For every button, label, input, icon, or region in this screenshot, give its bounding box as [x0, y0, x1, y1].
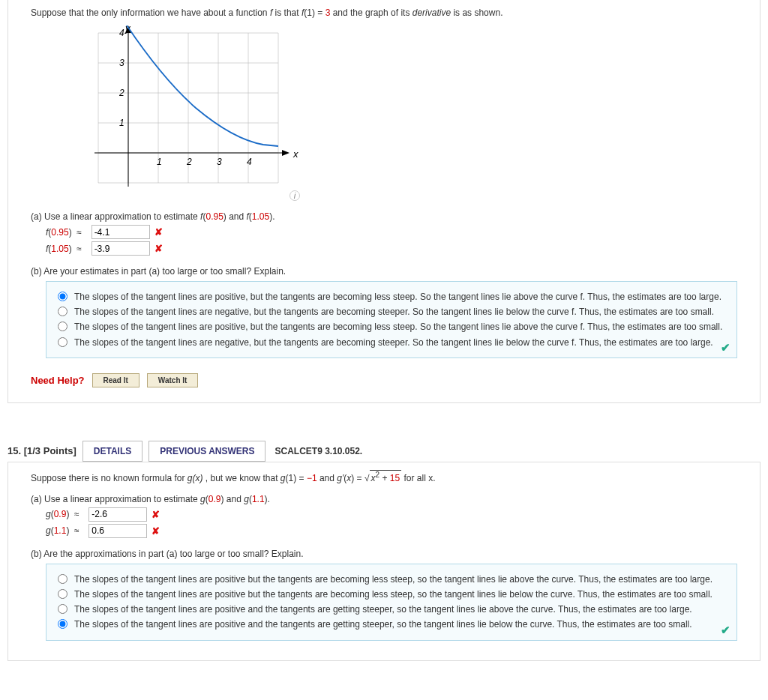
correct-icon: ✔: [721, 624, 730, 637]
details-button[interactable]: DETAILS: [82, 441, 142, 462]
radio-input[interactable]: [58, 574, 68, 584]
need-help-label: Need Help?: [31, 375, 85, 386]
svg-marker-16: [282, 150, 290, 156]
correct-icon: ✔: [721, 341, 730, 354]
radio-input[interactable]: [58, 337, 68, 347]
wrong-icon: ✘: [152, 525, 160, 537]
derivative-graph: 1 2 3 4 1 2 3 4 x y i: [76, 25, 737, 201]
textbook-ref: SCALCET9 3.10.052.: [274, 446, 362, 456]
answer-input-g09[interactable]: [88, 507, 147, 522]
wrong-icon: ✘: [154, 243, 163, 254]
text: for all x.: [404, 473, 435, 483]
wrong-icon: ✘: [154, 226, 163, 238]
text: derivative: [412, 7, 451, 18]
value: −1: [307, 473, 317, 483]
svg-text:x: x: [292, 148, 298, 160]
text: g: [280, 473, 286, 483]
text: g: [244, 494, 249, 504]
svg-text:1: 1: [157, 157, 162, 167]
radio-option[interactable]: The slopes of the tangent lines are nega…: [54, 306, 729, 318]
previous-answers-button[interactable]: PREVIOUS ANSWERS: [148, 441, 266, 462]
text: and the graph of its: [333, 7, 412, 18]
value: 0.95: [206, 211, 223, 222]
question-14-body: Suppose that the only information we hav…: [8, 0, 760, 403]
answer-input-g11[interactable]: [88, 524, 147, 538]
text: is as shown.: [453, 7, 502, 18]
text: g': [337, 473, 344, 483]
answer-input-f095[interactable]: [92, 225, 150, 239]
svg-text:4: 4: [119, 28, 124, 38]
text: f: [302, 7, 304, 18]
q15-header: 15. [1/3 Points] DETAILS PREVIOUS ANSWER…: [8, 433, 760, 462]
q14-radio-box: The slopes of the tangent lines are posi…: [46, 281, 737, 358]
value: 0.9: [208, 494, 221, 504]
answer-input-f105[interactable]: [92, 241, 150, 256]
text: f: [247, 211, 249, 222]
q14-part-b-label: (b) Are your estimates in part (a) too l…: [31, 266, 737, 277]
answer-label: g(0.9) ≈: [46, 509, 84, 519]
radio-input[interactable]: [58, 589, 68, 599]
radio-input[interactable]: [58, 619, 68, 629]
value: 3: [326, 7, 331, 18]
radio-input[interactable]: [58, 322, 68, 331]
q15-answer-row-1: g(0.9) ≈ ✘: [46, 507, 737, 522]
radio-label: The slopes of the tangent lines are posi…: [74, 321, 722, 333]
info-icon[interactable]: i: [290, 190, 300, 201]
radio-option[interactable]: The slopes of the tangent lines are posi…: [54, 618, 729, 630]
question-15-body: Suppose there is no known formula for g(…: [8, 462, 760, 661]
radio-option[interactable]: The slopes of the tangent lines are posi…: [54, 573, 729, 585]
radio-label: The slopes of the tangent lines are nega…: [74, 306, 714, 318]
text: and: [229, 211, 246, 222]
q15-part-a-label: (a) Use a linear approximation to estima…: [31, 494, 737, 504]
radio-label: The slopes of the tangent lines are posi…: [74, 618, 692, 630]
radio-label: The slopes of the tangent lines are posi…: [74, 588, 712, 600]
text: g: [200, 494, 206, 504]
q15-radio-box: The slopes of the tangent lines are posi…: [46, 564, 737, 641]
text: and: [226, 494, 244, 504]
q15-answer-row-2: g(1.1) ≈ ✘: [46, 524, 737, 538]
radio-label: The slopes of the tangent lines are posi…: [74, 603, 692, 615]
text: (a) Use a linear approximation to estima…: [31, 211, 200, 222]
svg-text:3: 3: [119, 58, 124, 68]
svg-text:3: 3: [217, 157, 222, 167]
radio-label: The slopes of the tangent lines are posi…: [74, 291, 722, 303]
radio-label: The slopes of the tangent lines are nega…: [74, 337, 713, 349]
radio-option[interactable]: The slopes of the tangent lines are posi…: [54, 588, 729, 600]
radio-input[interactable]: [58, 292, 68, 301]
svg-text:4: 4: [247, 157, 252, 167]
radio-input[interactable]: [58, 307, 68, 316]
answer-label: f(0.95) ≈: [46, 227, 87, 238]
text: , but we know that: [206, 473, 280, 483]
text: and: [320, 473, 337, 483]
text: Suppose that the only information we hav…: [31, 7, 270, 18]
text: [1/3 Points]: [24, 445, 76, 456]
q14-answer-row-2: f(1.05) ≈ ✘: [46, 241, 737, 256]
radio-option[interactable]: The slopes of the tangent lines are nega…: [54, 337, 729, 349]
value: 1.1: [252, 494, 265, 504]
text: f: [200, 211, 202, 222]
radio-input[interactable]: [58, 604, 68, 614]
answer-label: g(1.1) ≈: [46, 525, 84, 536]
q15-part-b-label: (b) Are the approximations in part (a) t…: [31, 549, 737, 559]
q14-answer-row-1: f(0.95) ≈ ✘: [46, 225, 737, 239]
svg-text:2: 2: [186, 157, 192, 167]
q14-intro: Suppose that the only information we hav…: [31, 7, 737, 18]
sqrt-expr: √x2 + 15: [364, 473, 401, 483]
text: .: [268, 494, 270, 504]
text: 15.: [8, 445, 21, 456]
graph-svg: 1 2 3 4 1 2 3 4 x y: [76, 25, 301, 190]
question-number: 15. [1/3 Points]: [8, 445, 76, 456]
radio-option[interactable]: The slopes of the tangent lines are posi…: [54, 291, 729, 303]
text: (a) Use a linear approximation to estima…: [31, 494, 200, 504]
radio-option[interactable]: The slopes of the tangent lines are posi…: [54, 321, 729, 333]
svg-text:1: 1: [119, 118, 124, 128]
svg-text:2: 2: [118, 88, 124, 98]
watch-it-button[interactable]: Watch It: [147, 373, 199, 387]
q14-part-a-label: (a) Use a linear approximation to estima…: [31, 211, 737, 222]
text: .: [272, 211, 274, 222]
text: is that: [275, 7, 302, 18]
text: Suppose there is no known formula for: [31, 473, 188, 483]
read-it-button[interactable]: Read It: [92, 373, 140, 387]
radio-option[interactable]: The slopes of the tangent lines are posi…: [54, 603, 729, 615]
radio-label: The slopes of the tangent lines are posi…: [74, 573, 712, 585]
